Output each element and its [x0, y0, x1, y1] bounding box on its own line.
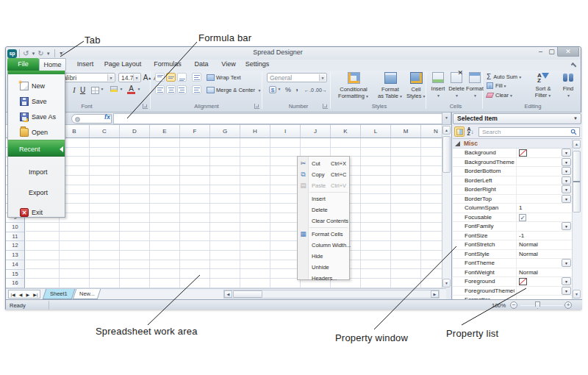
align-middle-icon[interactable]	[166, 73, 176, 82]
sort-filter-button[interactable]: A Z Sort & Filter▼	[529, 72, 557, 99]
align-center-icon[interactable]	[166, 85, 176, 94]
file-menu-item-import[interactable]: Import	[8, 165, 65, 179]
column-header-K[interactable]: K	[331, 125, 361, 138]
format-as-table-button[interactable]: Format as Table▼	[375, 72, 406, 100]
property-dropdown-icon[interactable]: ▼	[562, 167, 571, 175]
row-header-14[interactable]: 14	[6, 260, 24, 270]
font-size-combo[interactable]: 14.7▼	[118, 73, 141, 82]
percent-style-icon[interactable]: %	[284, 85, 292, 94]
horizontal-scrollbar[interactable]: ◀ ▶	[223, 290, 440, 299]
align-top-icon[interactable]	[155, 73, 165, 82]
property-value[interactable]: 1	[519, 204, 522, 211]
fill-button[interactable]: ↓ Fill ▼	[487, 82, 516, 89]
categorized-view-icon[interactable]	[454, 126, 465, 137]
property-row-fontweight[interactable]: FontWeightNormal	[453, 268, 572, 278]
property-value[interactable]: Normal	[519, 269, 538, 276]
conditional-formatting-button[interactable]: Conditional Formatting▼	[333, 72, 374, 100]
font-color-icon[interactable]: A	[127, 85, 135, 94]
comma-style-icon[interactable]: ,	[294, 83, 300, 92]
accounting-dropdown-icon[interactable]: ▼	[277, 87, 282, 91]
ribbon-tab-file[interactable]: File	[7, 58, 39, 71]
row-header-15[interactable]: 15	[6, 270, 24, 279]
column-header-M[interactable]: M	[391, 125, 421, 138]
merge-center-icon[interactable]	[206, 86, 215, 94]
property-dropdown-icon[interactable]: ▼	[562, 287, 571, 295]
prev-sheet-icon[interactable]: ◀	[19, 292, 23, 297]
column-header-H[interactable]: H	[240, 125, 270, 138]
property-dropdown-icon[interactable]: ▼	[562, 149, 571, 157]
row-header-16[interactable]: 16	[6, 279, 24, 288]
grid-cells[interactable]	[26, 138, 442, 288]
vertical-scrollbar-thumb[interactable]	[442, 136, 451, 173]
wrap-text-label[interactable]: Wrap Text	[216, 74, 241, 81]
formula-input[interactable]	[113, 113, 446, 124]
autosum-button[interactable]: Σ Auto Sum ▼	[487, 73, 529, 81]
row-header-12[interactable]: 12	[6, 241, 24, 251]
close-button[interactable]: ✕	[557, 47, 579, 57]
property-dropdown-icon[interactable]: ▼	[562, 195, 571, 203]
property-value[interactable]: -1	[519, 232, 524, 239]
redo-dropdown-icon[interactable]: ▼	[45, 51, 52, 56]
insert-cells-button[interactable]: Insert ▼	[429, 72, 447, 99]
property-dropdown-icon[interactable]: ▼	[562, 277, 571, 285]
delete-cells-button[interactable]: ✕ Delete ▼	[448, 72, 465, 99]
context-menu-item-hide[interactable]: Hide	[298, 251, 349, 262]
property-scroll-down-icon[interactable]: ▼	[573, 290, 581, 299]
file-menu-item-recent[interactable]: Recent	[8, 140, 65, 157]
property-scrollbar[interactable]: ▲ ▼	[572, 139, 581, 299]
redo-icon[interactable]: ↻	[37, 49, 44, 58]
property-dropdown-icon[interactable]: ▼	[562, 158, 571, 166]
minimize-button[interactable]: –	[535, 47, 546, 57]
property-category-misc[interactable]: Misc	[453, 139, 581, 149]
property-row-bordertop[interactable]: BorderTop▼	[453, 195, 572, 204]
column-header-F[interactable]: F	[180, 125, 210, 138]
merge-center-label[interactable]: Merge & Center	[216, 87, 255, 93]
sheet-tab-new[interactable]: New...	[73, 289, 101, 299]
property-dropdown-icon[interactable]: ▼	[562, 185, 571, 193]
fill-color-dropdown-icon[interactable]: ▼	[119, 87, 123, 91]
ribbon-tab-data[interactable]: Data	[187, 58, 216, 71]
ribbon-tab-home[interactable]: Home	[39, 58, 66, 71]
context-menu-item-copy[interactable]: ⧉CopyCtrl+C	[298, 169, 349, 180]
checkbox-checked-icon[interactable]: ✓	[519, 214, 526, 221]
context-menu-item-cut[interactable]: ✂CutCtrl+X	[298, 158, 349, 169]
decrease-decimal-icon[interactable]: .00→	[315, 85, 326, 94]
ribbon-tab-insert[interactable]: Insert	[71, 58, 100, 71]
zoom-out-icon[interactable]: −	[510, 301, 517, 309]
alphabetical-sort-icon[interactable]: AZ ↓	[465, 126, 476, 137]
align-right-icon[interactable]	[177, 85, 187, 94]
number-dialog-launcher-icon[interactable]	[323, 104, 328, 109]
format-cells-button[interactable]: Format ▼	[466, 72, 484, 99]
property-row-focusable[interactable]: Focusable✓	[453, 213, 572, 223]
context-menu-item-column-width-[interactable]: Column Width...	[298, 240, 349, 251]
property-scroll-up-icon[interactable]: ▲	[573, 140, 581, 149]
align-bottom-icon[interactable]	[177, 73, 187, 82]
context-menu-item-delete[interactable]: Delete	[298, 204, 349, 215]
file-menu-item-open[interactable]: Open	[8, 125, 65, 140]
context-menu-item-paste[interactable]: ▤PasteCtrl+V	[298, 180, 349, 191]
column-header-J[interactable]: J	[301, 125, 331, 138]
property-dropdown-icon[interactable]: ▼	[562, 176, 571, 185]
row-header-11[interactable]: 11	[6, 232, 24, 242]
scroll-left-icon[interactable]: ◀	[224, 290, 232, 298]
wrap-text-icon[interactable]	[206, 74, 215, 82]
column-header-L[interactable]: L	[361, 125, 391, 138]
scroll-up-icon[interactable]: ▲	[442, 126, 451, 135]
property-dropdown-icon[interactable]: ▼	[562, 259, 571, 267]
property-row-fonttheme[interactable]: FontTheme▼	[453, 259, 572, 268]
fx-icon[interactable]: fx	[104, 113, 110, 121]
property-row-fontsize[interactable]: FontSize-1	[453, 232, 572, 241]
decrease-indent-icon[interactable]	[192, 73, 201, 82]
property-scrollbar-thumb[interactable]	[573, 151, 581, 213]
zoom-in-icon[interactable]: +	[564, 301, 572, 309]
property-row-fontstyle[interactable]: FontStyleNormal	[453, 250, 572, 260]
file-menu-item-save-as[interactable]: Save As	[8, 110, 65, 124]
cell-styles-button[interactable]: Cell Styles▼	[406, 72, 426, 100]
property-row-borderright[interactable]: BorderRight▼	[453, 185, 572, 195]
property-dropdown-icon[interactable]: ▼	[562, 222, 571, 230]
find-button[interactable]: Find ▼	[558, 72, 578, 99]
property-row-borderbottom[interactable]: BorderBottom▼	[453, 167, 572, 176]
file-menu-item-export[interactable]: Export	[8, 185, 65, 200]
spreadsheet-work-area[interactable]: ABCDEFGHIJKLMN 12345678910111213141516	[6, 125, 442, 288]
horizontal-scrollbar-thumb[interactable]	[233, 290, 262, 298]
